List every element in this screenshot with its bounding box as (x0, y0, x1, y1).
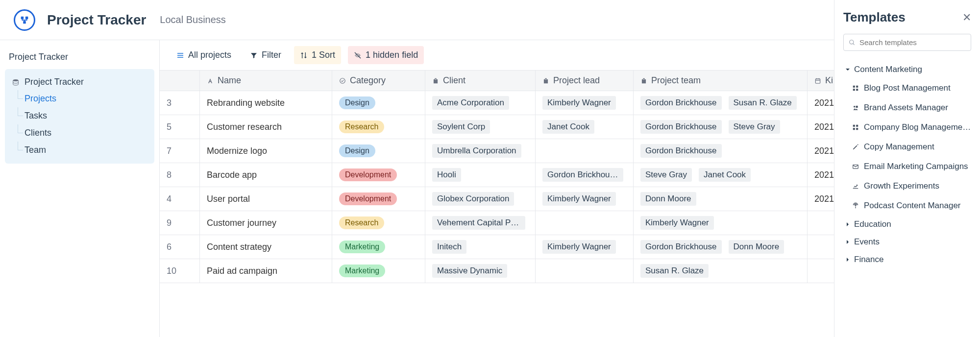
filter-icon (250, 51, 258, 59)
cell-id: 3 (160, 91, 200, 115)
chevron-right-icon (845, 257, 850, 262)
svg-rect-15 (856, 125, 858, 127)
calendar-icon (814, 77, 821, 84)
app-title: Project Tracker (47, 12, 146, 28)
cell-team: Gordon BrickhouseDonn Moore (634, 235, 808, 259)
cell-category: Design (332, 139, 425, 163)
cell-id: 10 (160, 259, 200, 283)
cell-client: Acme Corporation (425, 91, 536, 115)
tree-item-tasks[interactable]: Tasks (5, 107, 154, 124)
svg-point-5 (340, 78, 345, 83)
col-client[interactable]: Client (425, 71, 536, 91)
template-item[interactable]: Company Blog Manageme… (843, 118, 971, 137)
svg-rect-11 (856, 89, 858, 91)
panel-title: Templates (843, 10, 906, 25)
template-item[interactable]: Podcast Content Manager (843, 196, 971, 216)
tree-root-label: Project Tracker (24, 77, 84, 87)
app-subtitle: Local Business (160, 14, 226, 25)
cell-category: Marketing (332, 259, 425, 283)
cell-name: Content strategy (200, 235, 332, 259)
cell-category: Development (332, 163, 425, 187)
cell-lead: Kimberly Wagner (536, 235, 634, 259)
tree-item-team[interactable]: Team (5, 142, 154, 159)
col-name[interactable]: Name (200, 71, 332, 91)
svg-rect-14 (853, 125, 855, 127)
svg-rect-6 (815, 78, 820, 83)
cell-id: 6 (160, 235, 200, 259)
app-logo (14, 9, 35, 31)
cell-id: 9 (160, 211, 200, 235)
col-team[interactable]: Project team (634, 71, 808, 91)
cell-team: Steve GrayJanet Cook (634, 163, 808, 187)
left-sidebar: Project Tracker Project Tracker Projects… (0, 40, 160, 337)
select-icon (339, 77, 346, 84)
cell-id: 4 (160, 187, 200, 211)
cell-lead: Kimberly Wagner (536, 91, 634, 115)
sort-button[interactable]: 1 Sort (294, 46, 341, 64)
svg-rect-16 (853, 128, 855, 130)
cell-id: 7 (160, 139, 200, 163)
template-item[interactable]: Blog Post Management (843, 78, 971, 98)
link-icon (640, 77, 647, 84)
all-projects-button[interactable]: All projects (171, 46, 237, 64)
app-header: Project Tracker Local Business Use this … (0, 0, 980, 40)
cell-client: Globex Corporation (425, 187, 536, 211)
close-icon[interactable]: ✕ (962, 11, 971, 24)
svg-rect-2 (23, 21, 26, 24)
category-education[interactable]: Education (843, 216, 971, 233)
svg-point-12 (854, 106, 856, 108)
template-item[interactable]: Brand Assets Manager (843, 98, 971, 118)
tree-item-clients[interactable]: Clients (5, 124, 154, 142)
cell-team: Gordon BrickhouseSusan R. Glaze (634, 91, 808, 115)
col-category[interactable]: Category (332, 71, 425, 91)
cell-category: Design (332, 91, 425, 115)
svg-rect-17 (856, 128, 858, 130)
cell-category: Development (332, 187, 425, 211)
cell-name: Customer journey (200, 211, 332, 235)
sidebar-tree: Project Tracker ProjectsTasksClientsTeam (5, 69, 154, 164)
sidebar-title: Project Tracker (5, 49, 154, 69)
cell-lead: Janet Cook (536, 115, 634, 139)
chevron-right-icon (845, 222, 850, 227)
cell-client: Hooli (425, 163, 536, 187)
category-content-marketing[interactable]: Content Marketing (843, 61, 971, 78)
cell-lead (536, 211, 634, 235)
search-icon (849, 39, 856, 46)
templates-search[interactable] (843, 34, 971, 51)
cell-lead: Gordon Brickhouse (536, 163, 634, 187)
svg-rect-9 (856, 86, 858, 88)
cell-client: Soylent Corp (425, 115, 536, 139)
tree-root[interactable]: Project Tracker (5, 74, 154, 90)
cell-lead (536, 259, 634, 283)
category-finance[interactable]: Finance (843, 251, 971, 268)
col-id[interactable] (160, 71, 200, 91)
tree-item-projects[interactable]: Projects (5, 90, 154, 107)
cell-name: Rebranding website (200, 91, 332, 115)
list-icon (176, 51, 184, 59)
template-item[interactable]: Growth Experiments (843, 176, 971, 196)
cell-name: Modernize logo (200, 139, 332, 163)
cell-team: Susan R. Glaze (634, 259, 808, 283)
sort-icon (300, 51, 308, 59)
svg-rect-10 (853, 89, 855, 91)
template-item[interactable]: Email Marketing Campaigns (843, 157, 971, 176)
hidden-field-button[interactable]: 1 hidden field (348, 46, 424, 64)
col-lead[interactable]: Project lead (536, 71, 634, 91)
template-item[interactable]: Copy Management (843, 137, 971, 157)
cell-id: 5 (160, 115, 200, 139)
svg-rect-1 (25, 16, 28, 19)
svg-rect-0 (21, 16, 24, 19)
cell-name: Customer research (200, 115, 332, 139)
cell-client: Umbrella Corporation (425, 139, 536, 163)
link-icon (432, 77, 439, 84)
templates-search-input[interactable] (859, 38, 966, 47)
eye-off-icon (354, 51, 362, 59)
link-icon (542, 77, 549, 84)
svg-point-3 (13, 79, 19, 81)
filter-button[interactable]: Filter (244, 46, 287, 64)
cell-team: Kimberly Wagner (634, 211, 808, 235)
cell-category: Research (332, 115, 425, 139)
cell-lead (536, 139, 634, 163)
templates-panel: Templates ✕ Content MarketingBlog Post M… (834, 0, 980, 337)
category-events[interactable]: Events (843, 233, 971, 251)
